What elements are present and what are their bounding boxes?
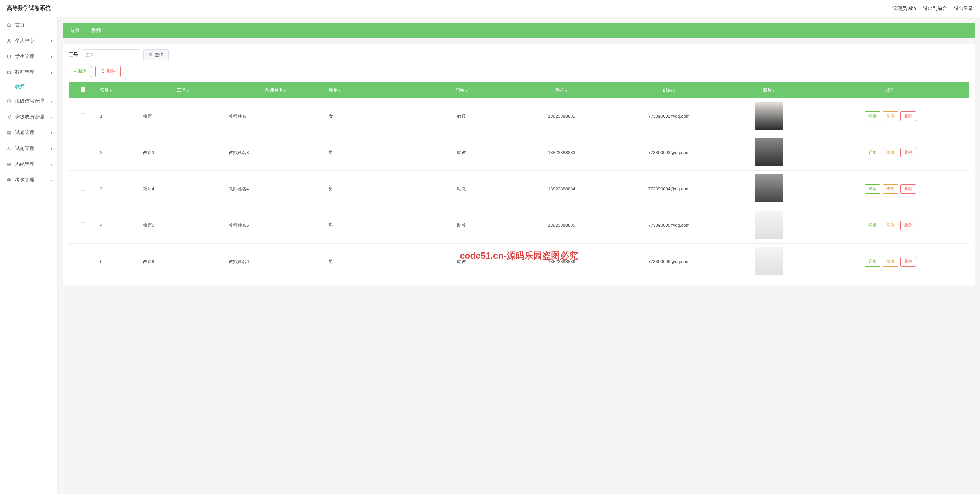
- cell-workid: 教师6: [140, 243, 226, 280]
- sidebar-item-classinfo[interactable]: 班级信息管理 ▾: [0, 93, 57, 109]
- edit-button[interactable]: 修改: [883, 111, 898, 121]
- detail-button[interactable]: 详情: [865, 184, 880, 194]
- cell-workid: 教师5: [140, 207, 226, 243]
- search-input[interactable]: [82, 49, 140, 60]
- delete-button[interactable]: 删除: [95, 66, 121, 77]
- cell-phone: 13823888886: [512, 243, 612, 280]
- search-button[interactable]: 查询: [143, 49, 169, 60]
- row-checkbox[interactable]: [81, 113, 86, 118]
- cell-phone: 13823888884: [512, 171, 612, 207]
- logout-link[interactable]: 退出登录: [954, 5, 973, 12]
- photo-thumbnail[interactable]: [755, 211, 783, 239]
- table-body: 1 教师 教师姓名 女 教授 13823888881 773890001@qq.…: [68, 98, 969, 280]
- photo-thumbnail[interactable]: [755, 102, 783, 130]
- question-icon: [6, 146, 12, 151]
- chevron-down-icon: ▾: [51, 147, 52, 151]
- sort-icon[interactable]: ◆: [110, 89, 112, 92]
- admin-label[interactable]: 管理员 abo: [892, 5, 916, 12]
- col-title: 职称: [456, 87, 465, 93]
- plus-icon: +: [74, 69, 76, 74]
- photo-thumbnail[interactable]: [755, 138, 783, 166]
- chevron-down-icon: ▾: [51, 39, 52, 43]
- cell-email: 773890003@qq.com: [612, 135, 726, 171]
- sidebar-item-label: 考试管理: [15, 177, 34, 183]
- detail-button[interactable]: 详情: [865, 257, 880, 267]
- add-button[interactable]: + 新增: [68, 66, 92, 77]
- row-checkbox[interactable]: [81, 222, 86, 227]
- detail-button[interactable]: 详情: [865, 111, 880, 121]
- remove-button[interactable]: 删除: [900, 257, 916, 267]
- row-checkbox[interactable]: [81, 186, 86, 191]
- row-checkbox[interactable]: [81, 149, 86, 154]
- sort-icon[interactable]: ◆: [465, 89, 468, 92]
- edit-button[interactable]: 修改: [883, 221, 898, 230]
- add-button-label: 新增: [78, 68, 87, 75]
- exam-icon: [6, 177, 12, 183]
- cell-gender: 男: [326, 207, 412, 243]
- sidebar: 首页 个人中心 ▾ 学生管理 ▾ 教师管理 ▴ 教师 班级信息管理 ▾ 班级成员…: [0, 17, 58, 494]
- sort-icon[interactable]: ◆: [284, 89, 286, 92]
- sort-icon[interactable]: ◆: [673, 89, 675, 92]
- remove-button[interactable]: 删除: [900, 111, 916, 121]
- sidebar-item-system[interactable]: 系统管理 ▾: [0, 156, 57, 172]
- table-row: 1 教师 教师姓名 女 教授 13823888881 773890001@qq.…: [68, 98, 969, 135]
- sort-icon[interactable]: ◆: [565, 89, 568, 92]
- sidebar-subitem-teacher[interactable]: 教师: [0, 80, 57, 93]
- search-bar: 工号 查询: [68, 49, 969, 60]
- system-icon: [6, 162, 12, 167]
- col-name: 教师姓名: [265, 87, 283, 93]
- edit-button[interactable]: 修改: [883, 184, 898, 194]
- col-photo: 照片: [763, 87, 772, 93]
- cell-phone: 13823888881: [512, 98, 612, 135]
- sidebar-item-label: 班级成员管理: [15, 114, 44, 120]
- sort-icon[interactable]: ◆: [772, 89, 775, 92]
- cell-title: 教授: [412, 98, 512, 135]
- detail-button[interactable]: 详情: [865, 221, 880, 230]
- cell-name: 教师姓名5: [226, 207, 326, 243]
- select-all-checkbox[interactable]: [81, 87, 86, 92]
- col-actions: 操作: [886, 87, 895, 93]
- table-row: 4 教师5 教师姓名5 男 助教 13823888885 773890005@q…: [68, 207, 969, 243]
- cell-title: 助教: [412, 135, 512, 171]
- photo-thumbnail[interactable]: [755, 174, 783, 202]
- exit-front-link[interactable]: 退出到前台: [923, 5, 947, 12]
- cell-gender: 男: [326, 243, 412, 280]
- photo-thumbnail[interactable]: [755, 247, 783, 275]
- svg-point-0: [8, 39, 10, 41]
- cell-title: 助教: [412, 243, 512, 280]
- cell-phone: 13823888885: [512, 207, 612, 243]
- col-email: 邮箱: [663, 87, 672, 93]
- sort-icon[interactable]: ◆: [187, 89, 189, 92]
- row-checkbox[interactable]: [81, 259, 86, 264]
- cell-gender: 男: [326, 135, 412, 171]
- breadcrumb-home[interactable]: 首页: [70, 27, 80, 33]
- header: 高等数学试卷系统 管理员 abo 退出到前台 退出登录: [0, 0, 980, 17]
- cell-name: 教师姓名4: [226, 171, 326, 207]
- detail-button[interactable]: 详情: [865, 148, 880, 157]
- cell-workid: 教师4: [140, 171, 226, 207]
- chevron-down-icon: ▾: [51, 115, 52, 119]
- cell-index: 3: [97, 171, 140, 207]
- remove-button[interactable]: 删除: [900, 148, 916, 157]
- breadcrumb-current: 教师: [91, 27, 101, 33]
- chevron-down-icon: ▾: [51, 100, 52, 103]
- paper-icon: [6, 130, 12, 135]
- cell-email: 773890006@qq.com: [612, 243, 726, 280]
- sidebar-item-personal[interactable]: 个人中心 ▾: [0, 33, 57, 49]
- sidebar-item-student[interactable]: 学生管理 ▾: [0, 49, 57, 65]
- sort-icon[interactable]: ◆: [338, 89, 341, 92]
- table-row: 5 教师6 教师姓名6 男 助教 13823888886 773890006@q…: [68, 243, 969, 280]
- content-panel: 工号 查询 + 新增 删除: [63, 44, 975, 286]
- edit-button[interactable]: 修改: [883, 257, 898, 267]
- sidebar-item-home[interactable]: 首页: [0, 17, 57, 33]
- cell-email: 773890001@qq.com: [612, 98, 726, 135]
- edit-button[interactable]: 修改: [883, 148, 898, 157]
- sidebar-item-teacher[interactable]: 教师管理 ▴: [0, 65, 57, 80]
- svg-rect-2: [7, 71, 10, 74]
- remove-button[interactable]: 删除: [900, 221, 916, 230]
- sidebar-item-paper[interactable]: 试卷管理 ▾: [0, 125, 57, 141]
- remove-button[interactable]: 删除: [900, 184, 916, 194]
- sidebar-item-classmember[interactable]: 班级成员管理 ▾: [0, 109, 57, 125]
- sidebar-item-exam[interactable]: 考试管理 ▾: [0, 172, 57, 188]
- sidebar-item-question[interactable]: 试题管理 ▾: [0, 141, 57, 156]
